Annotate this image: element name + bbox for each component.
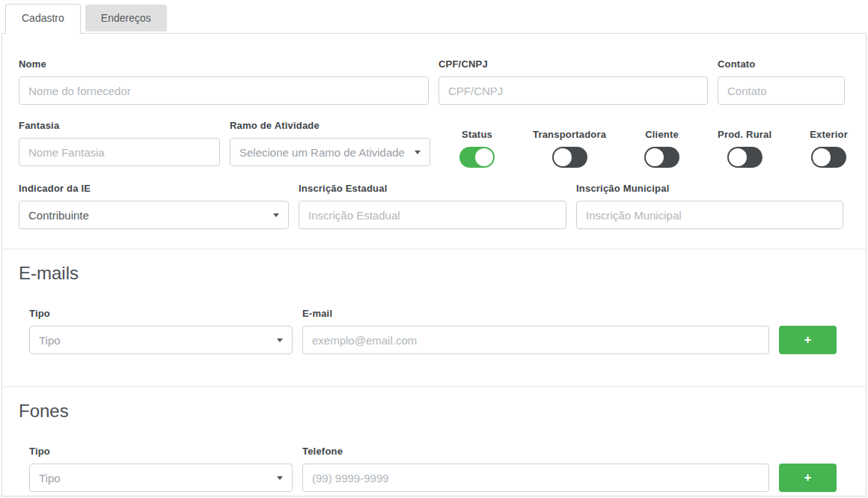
email-entry-row: Tipo Tipo E-mail + xyxy=(19,308,848,354)
fantasia-label: Fantasia xyxy=(19,120,220,131)
phone-tipo-label: Tipo xyxy=(29,446,293,457)
status-label: Status xyxy=(462,129,492,140)
section-divider xyxy=(2,249,866,249)
exterior-toggle[interactable] xyxy=(811,147,846,168)
toggle-knob xyxy=(475,148,493,166)
inscricao-municipal-label: Inscrição Municipal xyxy=(576,183,843,194)
dropdown-caret-icon xyxy=(277,338,283,342)
toggle-knob xyxy=(813,148,831,166)
dropdown-caret-icon xyxy=(273,213,279,217)
ramo-atividade-select[interactable]: Selecione um Ramo de Atividade xyxy=(230,138,430,166)
email-tipo-field: Tipo Tipo xyxy=(29,308,293,354)
fones-section-title: Fones xyxy=(19,401,848,422)
fantasia-input[interactable] xyxy=(19,138,220,166)
contato-label: Contato xyxy=(718,58,845,70)
email-tipo-value: Tipo xyxy=(39,334,61,347)
contato-input[interactable] xyxy=(718,76,845,105)
prod-rural-toggle-col: Prod. Rural xyxy=(718,129,771,166)
exterior-label: Exterior xyxy=(810,129,848,140)
add-email-button[interactable]: + xyxy=(779,326,837,354)
indicador-ie-field: Indicador da IE Contribuinte xyxy=(19,183,289,229)
toggle-group: Status Transportadora Cliente Prod. Rura… xyxy=(440,129,848,166)
section-divider xyxy=(2,386,866,387)
inscricao-municipal-input[interactable] xyxy=(576,201,843,229)
nome-input[interactable] xyxy=(19,76,429,105)
phone-entry-row: Tipo Tipo Telefone + xyxy=(19,446,848,492)
indicador-ie-select[interactable]: Contribuinte xyxy=(19,201,289,229)
status-toggle[interactable] xyxy=(459,147,495,168)
add-phone-button[interactable]: + xyxy=(779,464,837,492)
cadastro-panel: Nome CPF/CNPJ Contato Fantasia Ramo de A… xyxy=(1,33,867,497)
phone-tipo-field: Tipo Tipo xyxy=(29,446,293,492)
fantasia-field: Fantasia xyxy=(19,120,220,166)
toggle-knob xyxy=(554,148,572,166)
tab-cadastro[interactable]: Cadastro xyxy=(5,4,81,34)
cliente-label: Cliente xyxy=(645,129,679,140)
tab-enderecos[interactable]: Endereços xyxy=(85,4,167,31)
emails-section-title: E-mails xyxy=(19,263,848,284)
email-label: E-mail xyxy=(302,308,769,319)
row-inscricoes: Indicador da IE Contribuinte Inscrição E… xyxy=(19,183,848,229)
nome-field: Nome xyxy=(19,58,429,105)
email-tipo-select[interactable]: Tipo xyxy=(29,326,293,354)
ramo-atividade-label: Ramo de Atividade xyxy=(230,120,430,131)
prod-rural-label: Prod. Rural xyxy=(718,129,771,140)
row-fantasia-toggles: Fantasia Ramo de Atividade Selecione um … xyxy=(19,120,848,166)
row-identification: Nome CPF/CNPJ Contato xyxy=(19,58,848,105)
ramo-atividade-value: Selecione um Ramo de Atividade xyxy=(239,146,405,159)
phone-tipo-value: Tipo xyxy=(39,472,61,485)
nome-label: Nome xyxy=(19,58,429,70)
transportadora-label: Transportadora xyxy=(533,129,606,140)
contato-field: Contato xyxy=(718,58,845,105)
ramo-atividade-field: Ramo de Atividade Selecione um Ramo de A… xyxy=(230,120,430,166)
email-field: E-mail xyxy=(302,308,769,354)
toggle-knob xyxy=(646,148,664,166)
indicador-ie-value: Contribuinte xyxy=(28,209,89,222)
dropdown-caret-icon xyxy=(415,151,421,154)
cpf-cnpj-field: CPF/CNPJ xyxy=(438,58,708,105)
inscricao-estadual-field: Inscrição Estadual xyxy=(299,183,566,229)
tab-bar: Cadastro Endereços xyxy=(0,0,868,33)
exterior-toggle-col: Exterior xyxy=(810,129,848,166)
cliente-toggle[interactable] xyxy=(644,147,679,168)
email-tipo-label: Tipo xyxy=(29,308,293,319)
prod-rural-toggle[interactable] xyxy=(727,147,762,168)
toggle-knob xyxy=(729,148,747,166)
telefone-field: Telefone xyxy=(302,446,769,492)
transportadora-toggle-col: Transportadora xyxy=(533,129,606,166)
status-toggle-col: Status xyxy=(459,129,495,166)
telefone-input[interactable] xyxy=(302,464,769,492)
cliente-toggle-col: Cliente xyxy=(644,129,679,166)
email-input[interactable] xyxy=(302,326,769,354)
transportadora-toggle[interactable] xyxy=(552,147,587,168)
indicador-ie-label: Indicador da IE xyxy=(19,183,289,194)
cpf-cnpj-label: CPF/CNPJ xyxy=(438,58,708,70)
phone-tipo-select[interactable]: Tipo xyxy=(29,464,293,492)
telefone-label: Telefone xyxy=(302,446,769,457)
dropdown-caret-icon xyxy=(277,476,283,480)
inscricao-municipal-field: Inscrição Municipal xyxy=(576,183,843,229)
inscricao-estadual-label: Inscrição Estadual xyxy=(299,183,566,194)
inscricao-estadual-input[interactable] xyxy=(299,201,566,229)
cpf-cnpj-input[interactable] xyxy=(438,76,708,105)
